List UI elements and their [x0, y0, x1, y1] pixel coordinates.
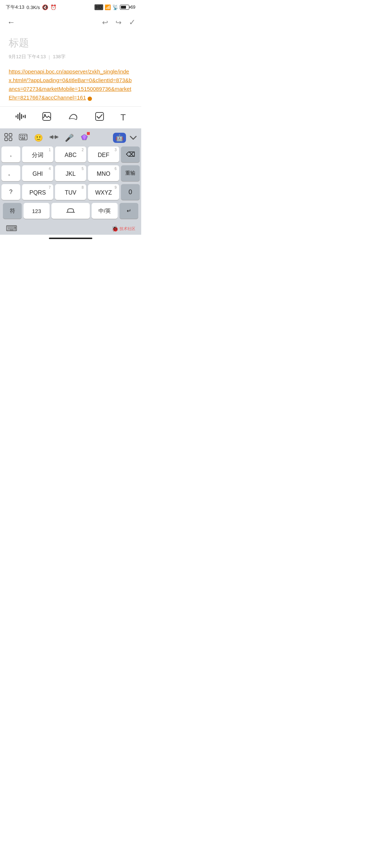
status-right: HD 📶 📡 69 — [94, 4, 135, 10]
period-key[interactable]: 。 — [1, 165, 20, 181]
alarm-icon: ⏰ — [50, 4, 56, 10]
key-mno[interactable]: 6 MNO — [88, 165, 119, 181]
key-char-pqrs: PQRS — [29, 190, 46, 196]
cursor-icon[interactable] — [50, 133, 58, 142]
checkbox-tool[interactable] — [95, 112, 104, 123]
key-num-8: 8 — [81, 186, 84, 190]
question-key[interactable]: ? — [1, 184, 20, 200]
svg-rect-0 — [16, 115, 17, 118]
zero-key[interactable]: 0 — [121, 184, 140, 200]
watermark: 🐞 技术社区 — [112, 225, 135, 232]
key-char-fenci: 分词 — [32, 152, 43, 159]
svg-rect-9 — [5, 133, 8, 136]
text-tool[interactable]: T — [121, 112, 126, 123]
toolbar: ← ↩ ↪ ✓ — [0, 13, 141, 32]
key-char-abc: ABC — [65, 152, 77, 158]
key-num-4: 4 — [49, 167, 51, 171]
robot-button[interactable]: 🤖 — [113, 133, 126, 143]
edit-toolbar: T — [0, 106, 141, 128]
key-num-6: 6 — [114, 167, 117, 171]
signal-icon: 📶 — [105, 4, 111, 10]
keyboard-row-2: 。 4 GHI 5 JKL 6 MNO 重输 — [1, 165, 140, 181]
svg-rect-14 — [20, 135, 21, 136]
pen-tool[interactable] — [68, 112, 79, 123]
enter-key[interactable]: ↵ — [119, 203, 138, 219]
svg-rect-18 — [20, 137, 21, 138]
time: 下午4:13 — [6, 4, 24, 10]
toolbar-actions: ↩ ↪ ✓ — [102, 18, 135, 27]
key-num-2: 2 — [81, 148, 84, 152]
waveform-tool[interactable] — [16, 112, 26, 123]
image-tool[interactable] — [42, 112, 51, 123]
mic-icon[interactable]: 🎤 — [65, 133, 74, 142]
note-meta: 9月12日 下午4:13 | 138字 — [9, 54, 133, 60]
text-cursor — [88, 97, 92, 101]
bottom-icons-bar: ⌨ 🐞 技术社区 — [0, 222, 141, 235]
key-pqrs[interactable]: 7 PQRS — [22, 184, 53, 200]
note-link[interactable]: https://openapi.boc.cn/appserver/zxkh_si… — [9, 68, 132, 101]
gem-icon[interactable] — [80, 133, 88, 142]
left-special-key-2: 。 — [1, 165, 20, 181]
chongru-key[interactable]: 重输 — [121, 165, 140, 181]
svg-rect-16 — [24, 135, 25, 136]
key-ghi[interactable]: 4 GHI — [22, 165, 53, 181]
key-char-def: DEF — [98, 152, 109, 158]
key-def[interactable]: 3 DEF — [88, 146, 119, 162]
key-num-5: 5 — [81, 167, 84, 171]
keyboard-toggle-icon[interactable]: ⌨ — [6, 224, 17, 233]
svg-rect-19 — [22, 137, 23, 138]
key-wxyz[interactable]: 9 WXYZ — [88, 184, 119, 200]
keyboard-area: 🙂 🎤 🤖 — [0, 128, 141, 243]
battery-percent: 69 — [131, 5, 135, 10]
status-bar: 下午4:13 0.3K/s 🔇 ⏰ HD 📶 📡 69 — [0, 0, 141, 13]
chongru-label: 重输 — [125, 170, 135, 176]
svg-rect-6 — [43, 112, 51, 120]
home-indicator — [0, 235, 141, 243]
key-num-7: 7 — [49, 186, 51, 190]
svg-rect-3 — [21, 114, 22, 119]
note-date: 9月12日 下午4:13 — [9, 54, 46, 60]
note-title-placeholder[interactable]: 标题 — [9, 36, 133, 50]
meta-divider: | — [49, 54, 50, 60]
key-num-9: 9 — [114, 186, 117, 190]
key-jkl[interactable]: 5 JKL — [55, 165, 86, 181]
svg-rect-4 — [23, 115, 24, 118]
fu-key[interactable]: 符 — [3, 203, 22, 219]
key-abc[interactable]: 2 ABC — [55, 146, 86, 162]
robot-label: 🤖 — [115, 134, 123, 142]
key-char-tuv: TUV — [65, 190, 76, 196]
comma-key[interactable]: , — [1, 146, 20, 162]
keyboard-icon[interactable] — [19, 134, 28, 142]
space-key[interactable] — [51, 203, 90, 219]
grid-icon[interactable] — [4, 133, 12, 143]
confirm-button[interactable]: ✓ — [129, 18, 135, 27]
key-tuv[interactable]: 8 TUV — [55, 184, 86, 200]
svg-rect-5 — [25, 115, 26, 118]
keyboard-top-icons: 🙂 🎤 — [4, 133, 88, 143]
svg-rect-20 — [24, 137, 25, 138]
undo-button[interactable]: ↩ — [102, 18, 108, 27]
svg-rect-21 — [21, 139, 25, 139]
status-left: 下午4:13 0.3K/s 🔇 ⏰ — [6, 4, 56, 10]
key-char-mno: MNO — [97, 171, 110, 177]
svg-rect-10 — [9, 133, 12, 136]
mute-icon: 🔇 — [42, 4, 48, 10]
delete-key[interactable]: ⌫ — [121, 146, 140, 162]
speed: 0.3K/s — [26, 5, 40, 10]
emoji-icon[interactable]: 🙂 — [34, 133, 43, 142]
redo-button[interactable]: ↪ — [115, 18, 122, 27]
back-button[interactable]: ← — [6, 16, 17, 29]
hd-badge: HD — [94, 4, 103, 10]
left-special-key-3: ? — [1, 184, 20, 200]
keyboard-dismiss-button[interactable] — [130, 134, 137, 142]
svg-rect-1 — [17, 114, 18, 119]
zhongying-key[interactable]: 中/英 — [92, 203, 118, 219]
svg-rect-11 — [5, 138, 8, 141]
keyboard-bottom-row: 符 123 中/英 ↵ — [1, 203, 140, 222]
keyboard-main: , 1 分词 2 ABC 3 DEF ⌫ 。 — [0, 145, 141, 222]
svg-marker-23 — [51, 135, 53, 139]
num123-key[interactable]: 123 — [24, 203, 50, 219]
note-content[interactable]: https://openapi.boc.cn/appserver/zxkh_si… — [9, 67, 133, 102]
watermark-text: 技术社区 — [119, 226, 135, 231]
key-fenci[interactable]: 1 分词 — [22, 146, 53, 162]
